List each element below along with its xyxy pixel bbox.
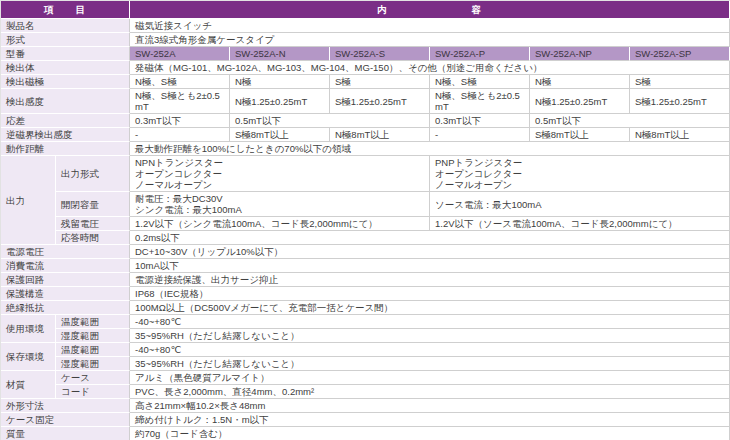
value-cell: 0.5mT以下 [230,114,430,128]
value-output-capacity-pnp: ソース電流：最大100mA [430,192,730,217]
row-hysteresis: 応差 0.3mT以下 0.5mT以下 0.3mT以下 0.5mT以下 [1,114,730,128]
value-current-consumption: 10mA以下 [130,259,730,273]
model-cell: SW-252A-SP [630,47,730,61]
label-detected-pole: 検出磁極 [1,75,130,89]
label-protection-circuit: 保護回路 [1,273,130,287]
row-output-format: 出力 出力形式 NPNトランジスター オープンコレクター ノーマルオープン PN… [1,156,730,192]
row-protection-circuit: 保護回路 電源逆接続保護、出力サージ抑止 [1,273,730,287]
row-type: 形式 直流3線式角形金属ケースタイプ [1,33,730,47]
value-cell: - [130,128,230,142]
row-dimensions: 外形寸法 高さ21mm×幅10.2×長さ48mm [1,399,730,413]
value-storage-env-humidity: 35~95%RH（ただし結露しないこと） [130,357,730,371]
label-product-name: 製品名 [1,19,130,33]
value-cell: 0.5mT以下 [530,114,730,128]
label-weight: 質量 [1,427,130,440]
row-output-response: 応答時間 0.2ms以下 [1,231,730,245]
row-detected-body: 検出体 発磁体（MG-101、MG-102A、MG-103、MG-104、MG-… [1,61,730,75]
value-dimensions: 高さ21mm×幅10.2×長さ48mm [130,399,730,413]
value-output-format-pnp: PNPトランジスター オープンコレクター ノーマルオープン [430,156,730,192]
value-cell: N極、S極 [130,75,230,89]
label-material-cord: コード [56,385,130,399]
value-cell: N極1.25±0.25mT [230,89,330,114]
row-models: 型番 SW-252A SW-252A-N SW-252A-S SW-252A-P… [1,47,730,61]
label-operating-distance: 動作距離 [1,142,130,156]
label-output-residual: 残留電圧 [56,217,130,231]
model-cell: SW-252A-S [330,47,430,61]
label-material: 材質 [1,371,56,399]
value-storage-env-temp: -40~+80℃ [130,343,730,357]
row-material-cord: コード PVC、長さ2,000mm、直径4mm、0.2mm² [1,385,730,399]
value-material-case: アルミ（黒色硬質アルマイト） [130,371,730,385]
label-reverse-field: 逆磁界検出感度 [1,128,130,142]
label-protection-structure: 保護構造 [1,287,130,301]
row-current-consumption: 消費電流 10mA以下 [1,259,730,273]
label-storage-env-humidity: 湿度範囲 [56,357,130,371]
value-output-response: 0.2ms以下 [130,231,730,245]
row-output-capacity: 開閉容量 耐電圧：最大DC30V シンク電流：最大100mA ソース電流：最大1… [1,192,730,217]
value-weight: 約70g（コード含む） [130,427,730,440]
row-operating-env-temp: 使用環境 温度範囲 -40~+80℃ [1,315,730,329]
value-insulation: 100MΩ以上（DC500Vメガーにて、充電部一括とケース間） [130,301,730,315]
value-operating-env-humidity: 35~95%RH（ただし結露しないこと） [130,329,730,343]
label-hysteresis: 応差 [1,114,130,128]
label-output: 出力 [1,156,56,245]
value-cell: N極、S極 [430,75,530,89]
value-operating-distance: 最大動作距離を100%にしたときの70%以下の領域 [130,142,730,156]
value-cell: S極1.25±0.25mT [630,89,730,114]
label-output-response: 応答時間 [56,231,130,245]
row-case-fixing: ケース固定 締め付けトルク：1.5N・m以下 [1,413,730,427]
spec-table: 項 目 内 容 製品名 磁気近接スイッチ 形式 直流3線式角形金属ケースタイプ … [0,0,730,440]
value-cell: S極8mT以上 [230,128,330,142]
value-protection-circuit: 電源逆接続保護、出力サージ抑止 [130,273,730,287]
label-material-case: ケース [56,371,130,385]
value-cell: N極 [530,75,630,89]
row-storage-env-humidity: 湿度範囲 35~95%RH（ただし結露しないこと） [1,357,730,371]
row-detected-pole: 検出磁極 N極、S極 N極 S極 N極、S極 N極 S極 [1,75,730,89]
label-storage-env-temp: 温度範囲 [56,343,130,357]
label-models: 型番 [1,47,130,61]
value-output-residual-npn: 1.2V以下（シンク電流100mA、コード長2,000mmにて） [130,217,430,231]
label-dimensions: 外形寸法 [1,399,130,413]
model-cell: SW-252A-N [230,47,330,61]
label-current-consumption: 消費電流 [1,259,130,273]
label-operating-env: 使用環境 [1,315,56,343]
row-product-name: 製品名 磁気近接スイッチ [1,19,730,33]
value-cell: 0.3mT以下 [130,114,230,128]
value-cell: N極 [230,75,330,89]
row-output-residual: 残留電圧 1.2V以下（シンク電流100mA、コード長2,000mmにて） 1.… [1,217,730,231]
header-content: 内 容 [130,1,730,19]
value-output-format-npn: NPNトランジスター オープンコレクター ノーマルオープン [130,156,430,192]
value-cell: N極1.25±0.25mT [530,89,630,114]
value-cell: 0.3mT以下 [430,114,530,128]
row-material-case: 材質 ケース アルミ（黒色硬質アルマイト） [1,371,730,385]
value-output-capacity-npn: 耐電圧：最大DC30V シンク電流：最大100mA [130,192,430,217]
value-operating-env-temp: -40~+80℃ [130,315,730,329]
label-case-fixing: ケース固定 [1,413,130,427]
model-cell: SW-252A-P [430,47,530,61]
row-weight: 質量 約70g（コード含む） [1,427,730,440]
value-type: 直流3線式角形金属ケースタイプ [130,33,730,47]
label-storage-env: 保存環境 [1,343,56,371]
value-power-voltage: DC+10~30V（リップル10%以下） [130,245,730,259]
value-cell: N極8mT以上 [630,128,730,142]
value-cell: S極 [330,75,430,89]
label-output-capacity: 開閉容量 [56,192,130,217]
value-cell: S極 [630,75,730,89]
value-case-fixing: 締め付けトルク：1.5N・m以下 [130,413,730,427]
value-material-cord: PVC、長さ2,000mm、直径4mm、0.2mm² [130,385,730,399]
row-reverse-field: 逆磁界検出感度 - S極8mT以上 N極8mT以上 - S極8mT以上 N極8m… [1,128,730,142]
row-operating-env-humidity: 湿度範囲 35~95%RH（ただし結露しないこと） [1,329,730,343]
label-detected-body: 検出体 [1,61,130,75]
value-cell: N極、S極とも2±0.5mT [430,89,530,114]
row-storage-env-temp: 保存環境 温度範囲 -40~+80℃ [1,343,730,357]
label-sensitivity: 検出感度 [1,89,130,114]
model-cell: SW-252A-NP [530,47,630,61]
label-power-voltage: 電源電圧 [1,245,130,259]
value-product-name: 磁気近接スイッチ [130,19,730,33]
header-item: 項 目 [1,1,130,19]
model-cell: SW-252A [130,47,230,61]
row-protection-structure: 保護構造 IP68（IEC規格） [1,287,730,301]
row-operating-distance: 動作距離 最大動作距離を100%にしたときの70%以下の領域 [1,142,730,156]
row-power-voltage: 電源電圧 DC+10~30V（リップル10%以下） [1,245,730,259]
value-protection-structure: IP68（IEC規格） [130,287,730,301]
